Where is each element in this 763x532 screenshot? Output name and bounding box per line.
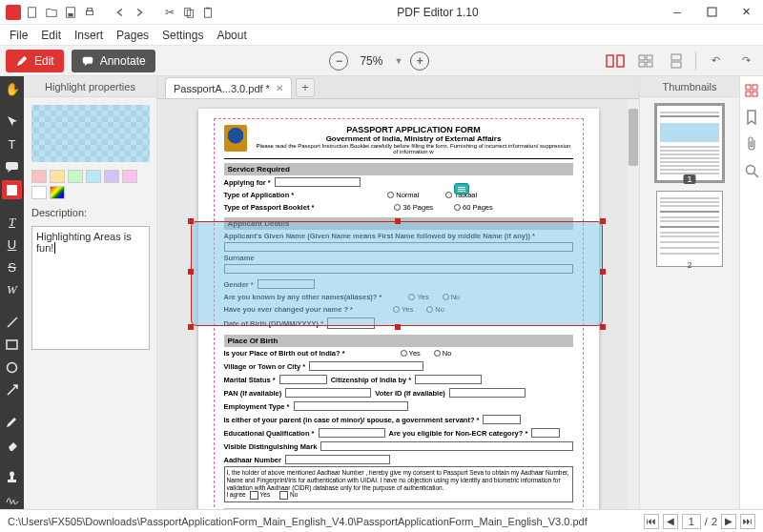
radio[interactable] (445, 192, 452, 198)
underline-tool-icon[interactable]: U (2, 235, 22, 255)
highlight-annotation[interactable] (191, 221, 603, 326)
resize-handle[interactable] (600, 324, 606, 330)
view-grid-icon[interactable] (634, 50, 657, 72)
scrollbar-vertical[interactable] (628, 99, 639, 509)
circle-tool-icon[interactable] (2, 358, 22, 377)
form-field[interactable] (294, 401, 408, 411)
copy-icon[interactable] (181, 5, 196, 20)
form-field[interactable] (285, 388, 371, 398)
highlight-color-preview[interactable] (31, 105, 150, 162)
swatch[interactable] (31, 186, 47, 199)
redo-icon[interactable] (132, 5, 147, 20)
squiggly-tool-icon[interactable]: W (2, 280, 22, 299)
thumbnails-icon[interactable] (743, 82, 760, 99)
radio[interactable] (394, 204, 401, 211)
menu-edit[interactable]: Edit (41, 29, 61, 42)
menu-pages[interactable]: Pages (116, 29, 149, 42)
highlight-area-tool-icon[interactable] (2, 180, 22, 199)
current-page-input[interactable]: 1 (682, 514, 701, 529)
swatch[interactable] (104, 170, 119, 183)
line-tool-icon[interactable] (2, 313, 22, 332)
form-field[interactable] (319, 428, 385, 438)
close-button[interactable]: ✕ (729, 0, 763, 25)
arrow-shape-tool-icon[interactable] (2, 380, 22, 399)
menu-settings[interactable]: Settings (162, 29, 203, 42)
resize-handle[interactable] (600, 218, 606, 224)
tab-add-button[interactable]: + (296, 78, 315, 97)
print-icon[interactable] (82, 5, 97, 20)
document-tab[interactable]: PassportA...3.0.pdf * ✕ (165, 77, 292, 98)
custom-color-button[interactable] (50, 186, 65, 199)
form-field[interactable] (531, 428, 560, 438)
zoom-dropdown-icon[interactable]: ▼ (394, 56, 402, 66)
open-icon[interactable] (44, 5, 59, 20)
edit-mode-button[interactable]: Edit (6, 50, 64, 72)
swatch[interactable] (86, 170, 101, 183)
resize-handle[interactable] (600, 269, 606, 275)
next-page-button[interactable]: ▶ (721, 514, 736, 529)
eraser-tool-icon[interactable] (2, 436, 22, 455)
view-single-icon[interactable] (604, 50, 627, 72)
paste-icon[interactable] (200, 5, 216, 20)
thumbnail[interactable]: 2 (656, 191, 723, 267)
radio[interactable] (454, 204, 461, 211)
note-tool-icon[interactable] (2, 157, 22, 176)
thumbnail[interactable]: 1 (656, 105, 723, 181)
annotate-mode-button[interactable]: Annotate (72, 50, 155, 72)
hand-tool-icon[interactable]: ✋ (2, 80, 22, 99)
swatch[interactable] (122, 170, 137, 183)
tab-close-icon[interactable]: ✕ (276, 83, 283, 93)
first-page-button[interactable]: ⏮ (644, 514, 659, 529)
stamp-tool-icon[interactable] (2, 467, 22, 486)
checkbox[interactable] (250, 491, 258, 500)
comment-balloon-icon[interactable] (454, 183, 469, 194)
text-tool-icon[interactable]: T (2, 134, 22, 153)
new-icon[interactable] (25, 5, 40, 20)
document-viewport[interactable]: PASSPORT APPLICATION FORM Government of … (157, 99, 639, 509)
zoom-out-button[interactable]: − (329, 51, 348, 71)
menu-file[interactable]: File (10, 29, 28, 42)
form-field[interactable] (483, 415, 521, 424)
rotate-left-icon[interactable]: ↶ (704, 50, 727, 72)
prev-page-button[interactable]: ◀ (663, 514, 678, 529)
last-page-button[interactable]: ⏭ (740, 514, 755, 529)
minimize-button[interactable]: ─ (660, 0, 694, 25)
form-field[interactable] (449, 388, 526, 398)
form-field[interactable] (279, 375, 327, 384)
cut-icon[interactable]: ✂ (162, 5, 177, 20)
swatch[interactable] (68, 170, 83, 183)
radio[interactable] (401, 350, 407, 357)
form-field[interactable] (285, 455, 390, 464)
menu-insert[interactable]: Insert (74, 29, 103, 42)
zoom-value[interactable]: 75% (356, 52, 386, 70)
radio[interactable] (387, 192, 394, 198)
strike-tool-icon[interactable]: S (2, 257, 22, 276)
arrow-tool-icon[interactable] (2, 113, 22, 132)
view-continuous-icon[interactable] (665, 50, 688, 72)
zoom-in-button[interactable]: + (410, 51, 429, 71)
checkbox[interactable] (279, 491, 288, 500)
swatch[interactable] (50, 170, 65, 183)
description-input[interactable]: Highlighting Areas is fun! (31, 226, 150, 350)
pencil-tool-icon[interactable] (2, 413, 22, 432)
rect-tool-icon[interactable] (2, 336, 22, 355)
radio[interactable] (434, 350, 441, 357)
resize-handle[interactable] (188, 269, 194, 275)
bookmark-icon[interactable] (743, 109, 760, 126)
text-highlight-tool-icon[interactable]: T (2, 213, 22, 232)
form-field[interactable] (275, 177, 361, 187)
search-icon[interactable] (743, 162, 760, 179)
save-icon[interactable] (63, 5, 78, 20)
resize-handle[interactable] (188, 218, 194, 224)
signature-tool-icon[interactable] (2, 490, 22, 509)
swatch[interactable] (31, 170, 47, 183)
form-field[interactable] (415, 375, 482, 384)
resize-handle[interactable] (395, 218, 401, 224)
form-field[interactable] (320, 441, 572, 451)
resize-handle[interactable] (188, 324, 194, 330)
maximize-button[interactable] (694, 0, 729, 25)
attachments-icon[interactable] (743, 135, 760, 153)
resize-handle[interactable] (395, 324, 401, 330)
rotate-right-icon[interactable]: ↷ (734, 50, 757, 72)
menu-about[interactable]: About (217, 29, 246, 42)
